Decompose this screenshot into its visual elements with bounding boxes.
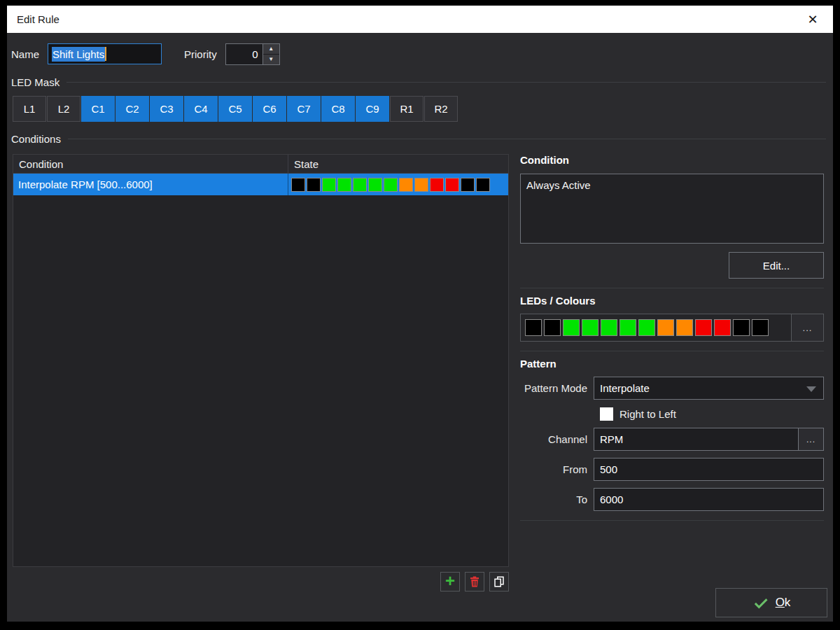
from-label: From (520, 463, 594, 475)
led-mask-button-c4[interactable]: C4 (184, 96, 218, 122)
priority-value: 0 (226, 44, 262, 64)
led-swatch (384, 178, 398, 192)
pattern-mode-dropdown[interactable]: Interpolate (594, 377, 824, 400)
led-mask-button-l1[interactable]: L1 (13, 96, 46, 122)
led-swatch[interactable] (525, 319, 542, 336)
condition-text-box[interactable]: Always Active (520, 174, 824, 244)
conditions-label: Conditions (11, 133, 61, 145)
to-row: To 6000 (520, 488, 824, 511)
led-swatch[interactable] (620, 319, 636, 336)
led-mask-buttons: L1L2C1C2C3C4C5C6C7C8C9R1R2 (13, 96, 829, 122)
condition-cell: Interpolate RPM [500...6000] (13, 174, 288, 195)
leds-colours-swatches (521, 319, 791, 336)
from-row: From 500 (520, 458, 824, 481)
from-input[interactable]: 500 (594, 458, 824, 481)
priority-spinner[interactable]: 0 ▲ ▼ (225, 43, 280, 65)
table-empty-area (13, 195, 508, 566)
spin-down-icon[interactable]: ▼ (263, 55, 279, 64)
ok-button[interactable]: Ok (715, 588, 827, 617)
led-swatch[interactable] (752, 319, 769, 336)
table-row[interactable]: Interpolate RPM [500...6000] (13, 174, 508, 195)
leds-colours-section-title: LEDs / Colours (520, 295, 824, 307)
edit-rule-dialog: Edit Rule ✕ Name Shift Lights Priority 0… (0, 0, 840, 630)
led-swatch[interactable] (733, 319, 750, 336)
conditions-split: Condition State Interpolate RPM [500...6… (13, 154, 829, 592)
check-icon (752, 594, 769, 611)
spin-up-icon[interactable]: ▲ (263, 44, 279, 55)
leds-colours-more-button[interactable]: ... (791, 314, 823, 341)
section-divider (520, 351, 824, 351)
conditions-left-column: Condition State Interpolate RPM [500...6… (13, 154, 509, 592)
column-header-state[interactable]: State (288, 155, 508, 173)
led-swatch[interactable] (601, 319, 617, 336)
copy-icon (493, 575, 505, 588)
ok-button-label: Ok (776, 596, 791, 610)
add-condition-button[interactable]: + (440, 572, 460, 592)
detail-panel: Condition Always Active Edit... LEDs / C… (520, 154, 824, 592)
led-mask-button-c1[interactable]: C1 (81, 96, 115, 122)
led-mask-button-c5[interactable]: C5 (218, 96, 252, 122)
priority-spin-buttons: ▲ ▼ (262, 44, 279, 64)
channel-label: Channel (520, 433, 594, 445)
title-bar: Edit Rule ✕ (7, 6, 833, 33)
led-mask-button-c9[interactable]: C9 (356, 96, 389, 122)
right-to-left-checkbox[interactable] (600, 407, 613, 421)
led-swatch (476, 178, 490, 192)
led-swatch (430, 178, 444, 192)
led-swatch (322, 178, 336, 192)
conditions-group-header: Conditions (11, 132, 829, 146)
text-caret (105, 47, 106, 61)
to-label: To (520, 493, 594, 505)
led-mask-group-header: LED Mask (11, 75, 829, 89)
section-divider (520, 288, 824, 288)
led-mask-label: LED Mask (11, 76, 59, 88)
led-swatch[interactable] (638, 319, 655, 336)
to-input[interactable]: 6000 (594, 488, 824, 511)
led-mask-button-c6[interactable]: C6 (253, 96, 286, 122)
channel-more-button[interactable]: ... (798, 428, 823, 450)
led-swatch (414, 178, 428, 192)
led-mask-button-r1[interactable]: R1 (390, 96, 424, 122)
led-swatch[interactable] (544, 319, 561, 336)
name-input[interactable]: Shift Lights (48, 43, 162, 64)
led-swatch[interactable] (714, 319, 731, 336)
channel-row: Channel RPM ... (520, 428, 824, 451)
trash-icon (468, 575, 481, 588)
led-swatch (353, 178, 367, 192)
led-swatch (307, 178, 321, 192)
led-mask-button-c2[interactable]: C2 (115, 96, 149, 122)
duplicate-condition-button[interactable] (489, 572, 509, 592)
pattern-mode-value: Interpolate (600, 382, 650, 394)
column-header-condition[interactable]: Condition (13, 155, 288, 173)
right-to-left-label: Right to Left (620, 408, 676, 420)
led-swatch[interactable] (563, 319, 580, 336)
table-header: Condition State (13, 155, 508, 174)
led-swatch (399, 178, 413, 192)
led-swatch[interactable] (582, 319, 598, 336)
delete-condition-button[interactable] (465, 572, 484, 592)
led-mask-button-c8[interactable]: C8 (321, 96, 355, 122)
led-swatch (337, 178, 351, 192)
right-to-left-row: Right to Left (520, 407, 824, 421)
edit-button-row: Edit... (520, 252, 824, 279)
led-swatch[interactable] (676, 319, 693, 336)
led-swatch[interactable] (695, 319, 712, 336)
plus-icon: + (445, 573, 455, 589)
led-mask-button-l2[interactable]: L2 (47, 96, 80, 122)
led-mask-button-c7[interactable]: C7 (287, 96, 321, 122)
led-swatch[interactable] (657, 319, 674, 336)
led-swatch (445, 178, 459, 192)
from-value: 500 (600, 463, 617, 475)
edit-condition-button[interactable]: Edit... (729, 252, 824, 279)
close-icon[interactable]: ✕ (802, 9, 823, 30)
led-mask-button-c3[interactable]: C3 (150, 96, 183, 122)
pattern-mode-row: Pattern Mode Interpolate (520, 377, 824, 400)
conditions-table: Condition State Interpolate RPM [500...6… (13, 154, 509, 567)
dialog-title: Edit Rule (17, 13, 59, 25)
condition-section-title: Condition (520, 154, 824, 166)
led-mask-button-r2[interactable]: R2 (424, 96, 458, 122)
channel-input[interactable]: RPM ... (594, 428, 824, 451)
name-priority-row: Name Shift Lights Priority 0 ▲ ▼ (11, 43, 829, 65)
name-label: Name (11, 48, 39, 60)
channel-value: RPM (600, 433, 623, 445)
